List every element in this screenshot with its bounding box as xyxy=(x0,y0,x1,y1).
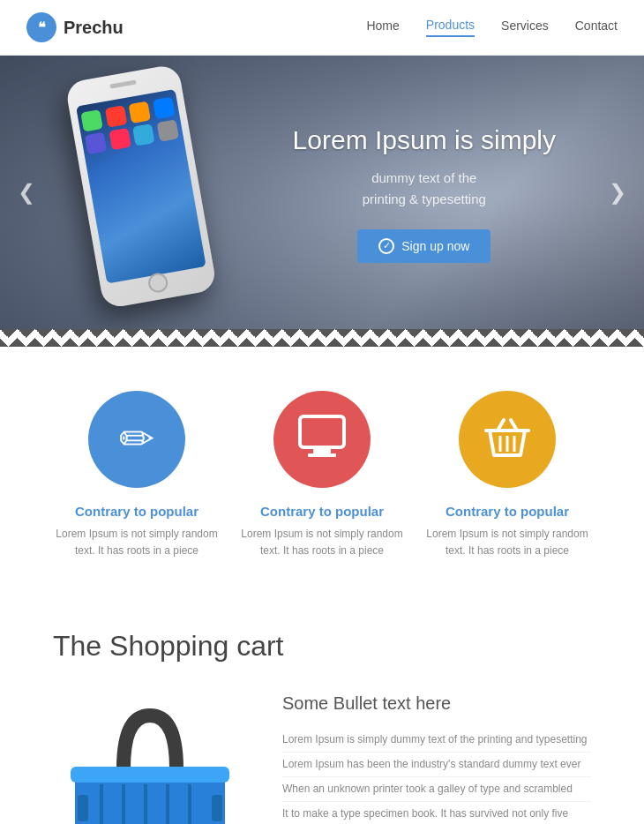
svg-rect-16 xyxy=(212,795,222,821)
zigzag-separator xyxy=(0,329,644,347)
basket-illustration xyxy=(53,689,247,824)
monitor-icon xyxy=(296,412,348,467)
bullet-list: Lorem Ipsum is simply dummy text of the … xyxy=(282,728,591,824)
hero-prev-arrow[interactable]: ❮ xyxy=(18,180,35,205)
bullet-item: It to make a type specimen book. It has … xyxy=(282,802,591,824)
feature-desc-2: Lorem Ipsum is not simply random text. I… xyxy=(238,526,406,559)
logo-area: ❝ Prechu xyxy=(26,12,124,42)
shopping-content: Some Bullet text here Lorem Ipsum is sim… xyxy=(53,689,591,824)
features-section: ✏ Contrary to popular Lorem Ipsum is not… xyxy=(0,347,644,595)
bullet-heading: Some Bullet text here xyxy=(282,693,591,714)
feature-desc-1: Lorem Ipsum is not simply random text. I… xyxy=(53,526,221,559)
feature-edit: ✏ Contrary to popular Lorem Ipsum is not… xyxy=(53,391,221,559)
app-icon xyxy=(128,101,150,124)
feature-title-3: Contrary to popular xyxy=(423,504,591,519)
svg-rect-7 xyxy=(71,767,229,783)
basket-svg xyxy=(53,689,247,824)
bullet-item: Lorem Ipsum has been the industry's stan… xyxy=(282,753,591,777)
header: ❝ Prechu Home Products Services Contact xyxy=(0,0,644,56)
hero-section: Lorem Ipsum is simply dummy text of the … xyxy=(0,56,644,329)
app-icon xyxy=(80,109,102,131)
feature-circle-blue: ✏ xyxy=(88,391,185,488)
main-nav: Home Products Services Contact xyxy=(366,18,618,37)
app-grid xyxy=(76,89,184,159)
phone-speaker xyxy=(109,79,136,88)
shopping-title: The Shopping cart xyxy=(53,630,591,663)
check-icon: ✓ xyxy=(378,238,394,254)
logo-icon: ❝ xyxy=(26,12,56,42)
signup-button[interactable]: ✓ Sign up now xyxy=(357,229,490,263)
app-icon xyxy=(153,97,175,119)
svg-rect-1 xyxy=(313,449,331,453)
svg-rect-2 xyxy=(308,453,336,457)
feature-basket: Contrary to popular Lorem Ipsum is not s… xyxy=(423,391,591,559)
app-icon xyxy=(104,105,126,127)
app-icon xyxy=(85,132,107,154)
hero-phone xyxy=(53,73,212,329)
app-icon xyxy=(156,119,178,141)
hero-next-arrow[interactable]: ❯ xyxy=(609,180,626,205)
signup-label: Sign up now xyxy=(401,239,469,253)
hero-text-block: Lorem Ipsum is simply dummy text of the … xyxy=(293,123,556,263)
logo-text: Prechu xyxy=(64,18,124,38)
feature-monitor: Contrary to popular Lorem Ipsum is not s… xyxy=(238,391,406,559)
nav-services[interactable]: Services xyxy=(501,19,549,36)
features-grid: ✏ Contrary to popular Lorem Ipsum is not… xyxy=(53,391,591,559)
feature-circle-yellow xyxy=(459,391,556,488)
nav-home[interactable]: Home xyxy=(366,19,399,36)
bullet-item: When an unknown printer took a galley of… xyxy=(282,777,591,802)
svg-rect-0 xyxy=(300,416,344,447)
phone-screen xyxy=(76,89,206,284)
pencil-icon: ✏ xyxy=(119,418,154,461)
bullet-section: Some Bullet text here Lorem Ipsum is sim… xyxy=(282,689,591,824)
feature-circle-red xyxy=(273,391,371,488)
bullet-item: Lorem Ipsum is simply dummy text of the … xyxy=(282,728,591,753)
svg-rect-14 xyxy=(78,795,88,821)
app-icon xyxy=(109,128,131,150)
phone-body xyxy=(64,64,217,310)
hero-subtitle: dummy text of the printing & typesetting xyxy=(293,168,556,210)
basket-icon xyxy=(479,411,535,468)
feature-title-1: Contrary to popular xyxy=(53,504,221,519)
shopping-section: The Shopping cart xyxy=(0,595,644,824)
feature-desc-3: Lorem Ipsum is not simply random text. I… xyxy=(423,526,591,559)
nav-contact[interactable]: Contact xyxy=(575,19,618,36)
feature-title-2: Contrary to popular xyxy=(238,504,406,519)
app-icon xyxy=(132,124,154,146)
hero-title: Lorem Ipsum is simply xyxy=(293,123,556,157)
nav-products[interactable]: Products xyxy=(426,18,475,37)
